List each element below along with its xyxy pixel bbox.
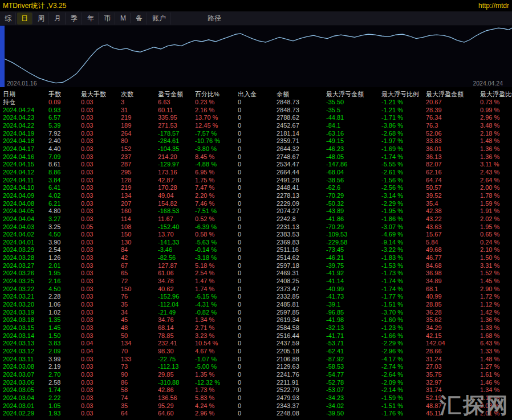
- menu-item-月[interactable]: 月: [50, 13, 66, 25]
- table-row[interactable]: 2024.04.013.900.03130-141.33-5.63 %02369…: [3, 239, 512, 247]
- cell-count: 134: [121, 340, 158, 348]
- menu-item-账户[interactable]: 账户: [148, 13, 170, 25]
- table-row[interactable]: 2024.04.106.410.03219170.287.47 %02448.4…: [3, 184, 512, 192]
- column-header-max-float-loss[interactable]: 最大浮亏金额: [326, 90, 381, 99]
- table-row[interactable]: 2024.03.252.160.037234.781.47 %02408.25-…: [3, 278, 512, 286]
- table-row[interactable]: 2024.03.191.020.0334-21.49-0.82 %02597.8…: [3, 309, 512, 317]
- menu-item-备[interactable]: 备: [132, 13, 147, 25]
- column-header-date[interactable]: 日期: [3, 90, 48, 99]
- cell-pnl: 34.76: [158, 316, 195, 324]
- table-row[interactable]: 2024.04.158.610.03287-129.97-4.88 %02534…: [3, 161, 512, 169]
- table-row[interactable]: 2024.03.272.010.0367127.875.18 %02597.18…: [3, 262, 512, 270]
- cell-max-lots: 0.03: [81, 169, 121, 177]
- cell-max-float-loss: -44.81: [326, 114, 381, 122]
- cell-max-float-loss: -41.14: [326, 278, 381, 286]
- cell-max-float-profit: 33.83: [426, 137, 480, 145]
- column-header-in-out[interactable]: 出入金: [238, 90, 277, 99]
- table-row[interactable]: 2024.03.122.090.047098.304.67 %02205.18-…: [3, 348, 512, 356]
- table-row[interactable]: 2024.04.197.920.03264-178.57-7.57 %02181…: [3, 130, 512, 138]
- table-row[interactable]: 2024.03.011.050.033595.294.24 %02343.37-…: [3, 402, 512, 410]
- table-row[interactable]: 2024.03.042.220.0374136.565.83 %02479.93…: [3, 394, 512, 402]
- table-row[interactable]: 2024.04.086.210.03207154.827.46 %02229.0…: [3, 200, 512, 208]
- cell-pnl: -141.33: [158, 239, 195, 247]
- cell-max-float-loss: -41.86: [326, 215, 381, 223]
- column-header-max-float-profit[interactable]: 最大浮盈金额: [426, 90, 480, 99]
- column-header-balance[interactable]: 余额: [277, 90, 326, 99]
- cell-count: 48: [121, 324, 158, 332]
- cell-max-lots: 0.03: [81, 371, 121, 379]
- cell-balance: 2241.76: [277, 371, 326, 379]
- table-row[interactable]: 2024.03.082.190.0373-112.13-5.00 %02129.…: [3, 363, 512, 371]
- table-row[interactable]: 2024.04.225.390.03189271.5312.45 %02452.…: [3, 122, 512, 130]
- column-header-lots[interactable]: 手数: [48, 90, 81, 99]
- table-row[interactable]: 2024.03.181.350.034534.761.34 %02619.34-…: [3, 316, 512, 324]
- table-row[interactable]: 2024.03.051.740.035842.861.73 %02522.79-…: [3, 386, 512, 394]
- table-row[interactable]: 2024.04.043.270.0311411.670.52 %02242.8-…: [3, 215, 512, 223]
- cell-pnl-pct: 8.45 %: [195, 153, 238, 161]
- cell-max-lots: 0.03: [81, 270, 121, 278]
- cell-max-float-profit-ratio: 2.02 %: [480, 215, 512, 223]
- cell-max-float-loss-ratio: -3.07 %: [381, 223, 426, 231]
- column-header-pnl-pct[interactable]: 百分比%: [195, 90, 238, 99]
- table-row[interactable]: 2024.04.182.400.0380-284.61-10.76 %02359…: [3, 137, 512, 145]
- table-row[interactable]: 2024.04.033.250.05108-152.40-6.39 %02231…: [3, 223, 512, 231]
- menu-item-年[interactable]: 年: [83, 13, 99, 25]
- column-header-max-float-profit-ratio[interactable]: 最大浮盈比例: [480, 90, 512, 99]
- column-header-count[interactable]: 次数: [121, 90, 158, 99]
- table-row[interactable]: 2024.04.240.930.033160.112.16 %02848.73-…: [3, 107, 512, 115]
- table-row[interactable]: 2024.04.024.500.0315013.700.58 %02383.53…: [3, 231, 512, 239]
- table-row[interactable]: 2024.03.201.060.0335-112.04-4.31 %02485.…: [3, 301, 512, 309]
- menu-item-周[interactable]: 周: [34, 13, 49, 25]
- cell-pnl: 95.29: [158, 402, 195, 410]
- table-row[interactable]: 2024.03.224.500.0315040.621.74 %02373.47…: [3, 286, 512, 293]
- cell-count: 80: [121, 137, 158, 145]
- cell-count: 150: [121, 286, 158, 293]
- cell-pnl-pct: 1.73 %: [195, 386, 238, 394]
- cell-in-out: 0: [238, 371, 277, 379]
- cell-max-float-profit: 20.67: [426, 99, 480, 107]
- cell-lots: 4.50: [48, 231, 81, 239]
- table-row[interactable]: 2024.03.151.450.034868.142.71 %02584.58-…: [3, 324, 512, 332]
- menu-item-M[interactable]: M: [116, 13, 131, 23]
- table-row[interactable]: 2024.04.094.020.0313449.042.20 %02278.13…: [3, 192, 512, 200]
- cell-lots: 4.02: [48, 192, 81, 200]
- menu-item-日[interactable]: 日: [17, 13, 32, 25]
- column-header-pnl[interactable]: 盈亏金额: [158, 90, 195, 99]
- table-row[interactable]: 2024.03.281.260.0342-82.56-3.18 %02514.6…: [3, 254, 512, 262]
- table-row[interactable]: 2024.04.054.800.03160-168.53-7.51 %02074…: [3, 207, 512, 215]
- table-row[interactable]: 2024.03.062.580.0386-310.88-12.32 %02211…: [3, 379, 512, 387]
- table-row[interactable]: 2024.04.113.840.0312842.871.75 %02491.28…: [3, 177, 512, 185]
- cell-max-float-loss: -96.85: [326, 309, 381, 317]
- table-row[interactable]: 2024.04.174.400.03152-104.35-3.80 %02644…: [3, 145, 512, 153]
- cell-in-out: 0: [238, 254, 277, 262]
- table-row[interactable]: 2024.03.072.700.039029.851.35 %02241.76-…: [3, 371, 512, 379]
- cell-pnl: 136.56: [158, 394, 195, 402]
- menu-item-综[interactable]: 综: [1, 13, 16, 25]
- table-row[interactable]: 2024.03.292.540.0384-3.46-0.14 %02511.16…: [3, 246, 512, 254]
- cell-pnl-pct: -6.15 %: [195, 293, 238, 301]
- cell-max-float-loss: -70.29: [326, 223, 381, 231]
- cell-count: 35: [121, 402, 158, 410]
- column-header-max-float-loss-ratio[interactable]: 最大浮亏比例: [381, 90, 426, 99]
- table-row[interactable]: 2024.02.291.930.036464.602.96 %02248.08-…: [3, 410, 512, 418]
- cell-max-float-loss-ratio: -1.60 %: [381, 316, 426, 324]
- table-row[interactable]: 2024.03.133.830.04134232.4110.54 %02437.…: [3, 340, 512, 348]
- table-row[interactable]: 2024.04.236.570.03219335.9513.70 %02788.…: [3, 114, 512, 122]
- table-row[interactable]: 2024.03.113.990.03133-22.75-1.07 %02106.…: [3, 356, 512, 364]
- table-row[interactable]: 2024.03.141.500.035078.853.23 %02516.44-…: [3, 332, 512, 340]
- menu-item-季[interactable]: 季: [67, 13, 82, 25]
- table-row[interactable]: 2024.03.261.950.036561.062.54 %02469.31-…: [3, 270, 512, 278]
- cell-date: 2024.03.27: [3, 262, 48, 270]
- column-header-max-lots[interactable]: 最大手数: [81, 90, 121, 99]
- table-row[interactable]: 2024.03.212.280.0376-152.96-6.15 %02332.…: [3, 293, 512, 301]
- cell-max-float-profit: 5.84: [426, 239, 480, 247]
- cell-balance: 2437.59: [277, 340, 326, 348]
- menu-item-币[interactable]: 币: [100, 13, 115, 25]
- table-row[interactable]: 2024.04.167.090.03237214.208.45 %02748.6…: [3, 153, 512, 161]
- cell-max-float-profit-ratio: 1.59 %: [480, 200, 512, 208]
- table-row[interactable]: 2024.04.128.860.03295173.166.95 %02664.4…: [3, 169, 512, 177]
- cell-max-float-profit-ratio: 0.73 %: [480, 99, 512, 107]
- app-url[interactable]: http://mtdr: [478, 2, 509, 10]
- table-row[interactable]: 持仓0.090.0336.630.23 %02848.73-35.50-1.21…: [3, 99, 512, 107]
- cell-max-lots: 0.03: [81, 161, 121, 169]
